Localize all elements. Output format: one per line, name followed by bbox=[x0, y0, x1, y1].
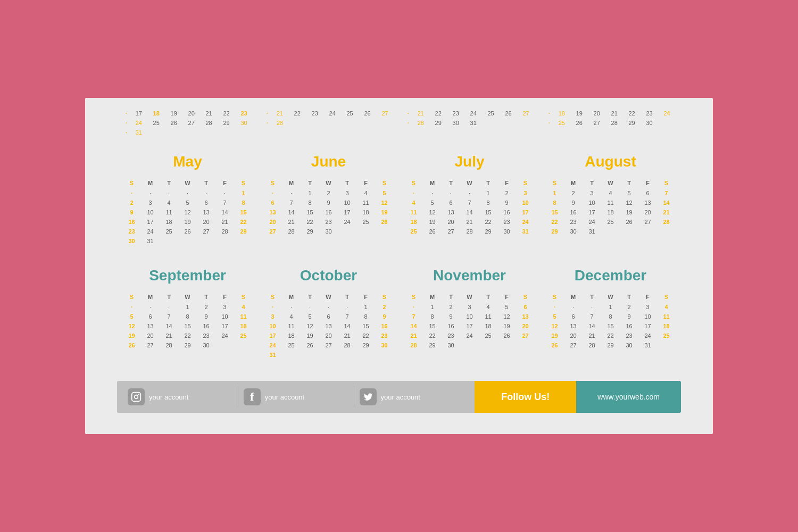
month-june: June S MTWTFS ··12345 6789101112 1314151… bbox=[258, 137, 399, 251]
instagram-social[interactable]: your account bbox=[128, 388, 232, 405]
facebook-icon: f bbox=[244, 388, 261, 405]
month-september: September S MTWTFS ···1234 567891011 121… bbox=[117, 251, 258, 365]
facebook-text: your account bbox=[265, 393, 304, 401]
facebook-social[interactable]: f your account bbox=[244, 388, 348, 405]
july-overflow: · 18192021222324 · 252627282930 bbox=[540, 109, 681, 137]
calendars-grid: May S MTWTFS ······1 2345678 91011121314… bbox=[117, 137, 681, 365]
social-divider-2 bbox=[354, 386, 354, 408]
month-may: May S MTWTFS ······1 2345678 91011121314… bbox=[117, 137, 258, 251]
svg-point-2 bbox=[138, 394, 139, 395]
twitter-text: your account bbox=[381, 393, 420, 401]
month-december: December S MTWTFS ···1234 567891011 1213… bbox=[540, 251, 681, 365]
month-title-october: October bbox=[263, 267, 394, 284]
follow-button[interactable]: Follow Us! bbox=[475, 381, 576, 413]
svg-rect-0 bbox=[132, 393, 141, 402]
instagram-text: your account bbox=[149, 393, 188, 401]
month-title-june: June bbox=[263, 153, 394, 170]
social-divider-1 bbox=[238, 386, 238, 408]
month-november: November S MTWTFS ·123456 78910111213 14… bbox=[399, 251, 540, 365]
month-title-july: July bbox=[404, 153, 535, 170]
footer-bar: your account f your account your account… bbox=[117, 381, 681, 413]
month-october: October S MTWTFS ·····12 3456789 1011121… bbox=[258, 251, 399, 365]
month-title-may: May bbox=[122, 153, 253, 170]
social-section: your account f your account your account bbox=[117, 381, 475, 413]
instagram-icon bbox=[128, 388, 145, 405]
month-july: July S MTWTFS ····123 45678910 111213141… bbox=[399, 137, 540, 251]
month-title-november: November bbox=[404, 267, 535, 284]
svg-point-1 bbox=[135, 395, 138, 399]
month-title-august: August bbox=[545, 153, 676, 170]
week-col-header: S bbox=[122, 178, 141, 188]
may-overflow: · 21222324252627 · 28 bbox=[258, 109, 399, 137]
main-container: · 17181920212223 · 24252627282930 · 31 bbox=[85, 98, 713, 434]
twitter-social[interactable]: your account bbox=[360, 388, 464, 405]
june-overflow: · 21222324252627 · 28293031 bbox=[399, 109, 540, 137]
twitter-icon bbox=[360, 388, 377, 405]
month-title-december: December bbox=[545, 267, 676, 284]
month-august: August S MTWTFS 1234567 891011121314 151… bbox=[540, 137, 681, 251]
april-overflow: · 17181920212223 · 24252627282930 · 31 bbox=[117, 109, 258, 137]
website-button[interactable]: www.yourweb.com bbox=[576, 381, 681, 413]
month-title-september: September bbox=[122, 267, 253, 284]
